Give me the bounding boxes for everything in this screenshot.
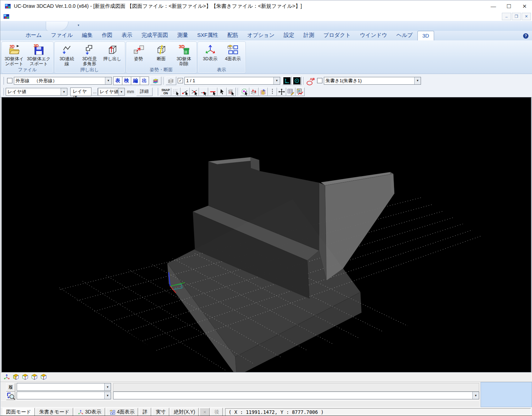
layer-combo-value: レイヤ値 <box>6 88 61 95</box>
chevron-down-icon[interactable]: ▼ <box>273 77 280 84</box>
mdi-minimize-button[interactable]: – <box>502 13 511 20</box>
snap-endpoint-icon[interactable] <box>181 88 190 96</box>
tab-0[interactable]: ホーム <box>21 30 46 40</box>
chevron-down-icon[interactable]: ▼ <box>118 88 124 95</box>
tab-1[interactable]: ファイル <box>46 30 77 40</box>
tab-5[interactable]: 完成平面図 <box>137 30 173 40</box>
help-icon[interactable]: ? <box>523 33 529 39</box>
snap-midpoint-icon[interactable] <box>199 88 208 96</box>
detail-toggle-button[interactable]: 詳 <box>139 408 151 416</box>
viewport-3d[interactable] <box>1 97 531 372</box>
toolbar-grip[interactable] <box>2 88 4 96</box>
view-preset-toolbar <box>0 372 532 382</box>
tab-11[interactable]: 計測 <box>299 30 319 40</box>
chevron-down-icon[interactable]: ▼ <box>472 392 479 399</box>
mdi-close-button[interactable]: ✕ <box>522 13 531 20</box>
pick-settings-icon[interactable] <box>240 88 249 96</box>
page-combo[interactable]: 1 / 1 ▼ <box>184 77 280 85</box>
layers-color-icon[interactable] <box>150 77 161 85</box>
dashed-line-icon[interactable] <box>268 88 277 96</box>
tab-3[interactable]: 作図 <box>97 30 117 40</box>
snap-online-icon[interactable] <box>208 88 217 96</box>
ribbon-button-断面[interactable]: 断面 <box>150 43 173 61</box>
wide-command-combo[interactable]: ▼ <box>113 392 479 399</box>
search-button[interactable]: 検 <box>122 77 131 85</box>
redline-checkbox[interactable] <box>317 78 322 83</box>
mdi-restore-button[interactable]: ❐ <box>512 13 521 20</box>
tab-4[interactable]: 表示 <box>117 30 137 40</box>
chevron-down-icon[interactable]: ▼ <box>104 392 111 399</box>
toolbar-grip[interactable] <box>156 88 158 96</box>
output-button[interactable]: 出 <box>140 77 149 85</box>
command-combo-2[interactable]: ▼ <box>17 392 111 399</box>
command-combo-1[interactable]: ▼ <box>17 383 111 391</box>
edit-button[interactable]: 編 <box>131 77 140 85</box>
layers-text-icon[interactable]: A <box>259 88 268 96</box>
layer-combo[interactable]: レイヤ値 ▼ <box>6 88 67 96</box>
view-quad-button[interactable]: 4面表示 <box>106 408 138 416</box>
drawing-mode-button[interactable]: 図面モード <box>2 408 35 416</box>
tab-14[interactable]: ヘルプ <box>392 30 417 40</box>
layers-arrows-icon[interactable] <box>249 88 259 96</box>
layers-white-icon[interactable] <box>166 77 176 85</box>
pan-move-icon[interactable] <box>277 88 286 96</box>
table-graph-icon[interactable] <box>295 88 305 96</box>
tab-3d-active[interactable]: 3D <box>417 31 434 40</box>
select-arrow-icon[interactable] <box>217 88 227 96</box>
iso-view-1-icon[interactable] <box>12 373 20 381</box>
ribbon-button-3D躯体エクスポート[interactable]: 3D3D躯体エク スポート <box>26 43 52 67</box>
ribbon-button-3D躯体インポート[interactable]: 3D3D躯体イ ンポート <box>3 43 26 67</box>
absolute-xy-button[interactable]: 絶対(X,Y) <box>170 408 199 416</box>
iso-view-2-icon[interactable] <box>21 373 29 381</box>
outline-combo[interactable]: 外形線 （外形線） ▼ <box>14 77 112 85</box>
rotate-view-icon[interactable] <box>2 373 11 381</box>
chevron-down-icon[interactable]: ▼ <box>105 77 111 84</box>
origin-icon[interactable] <box>292 77 301 85</box>
history-button[interactable]: 履 <box>6 383 15 392</box>
snap-grid-icon[interactable] <box>171 88 181 96</box>
close-button[interactable]: ✕ <box>517 0 532 12</box>
ribbon-button-4面表示[interactable]: 4面表示 <box>222 43 244 61</box>
minimize-button[interactable]: — <box>486 0 501 12</box>
layer-combo-2[interactable]: レイヤ値 ▼ <box>98 88 125 96</box>
ribbon-button-3D躯体削除[interactable]: 3D3D躯体 削除 <box>173 43 195 67</box>
toolbar-grip[interactable] <box>2 77 4 85</box>
tab-8[interactable]: 配筋 <box>223 30 243 40</box>
tab-7[interactable]: SXF属性 <box>193 30 223 40</box>
layers-select-icon[interactable] <box>227 88 236 96</box>
redline-ab-icon[interactable]: AB <box>306 76 316 85</box>
page-checkbox[interactable]: ✓ <box>178 78 183 83</box>
ribbon-button-3D任意多角形[interactable]: 3D任意 多角形 <box>78 43 101 67</box>
actual-size-button[interactable]: 実寸 <box>152 408 169 416</box>
detail-button[interactable]: 詳細 <box>136 88 153 96</box>
zoom-drawing-icon[interactable] <box>6 392 15 400</box>
snap-on-toggle[interactable]: SNAP ON <box>160 88 171 96</box>
tab-10[interactable]: 設定 <box>279 30 299 40</box>
chevron-down-icon[interactable]: ▼ <box>104 383 111 390</box>
ribbon-button-姿勢[interactable]: 姿勢 <box>127 43 150 61</box>
table-edit-icon[interactable] <box>286 88 295 96</box>
tab-12[interactable]: プロダクト <box>319 30 355 40</box>
snap-intersection-icon[interactable] <box>190 88 199 96</box>
show-button[interactable]: 表 <box>113 77 122 85</box>
chevron-down-icon[interactable]: ▼ <box>61 88 67 95</box>
ribbon-button-押し出し[interactable]: 押し出し <box>101 43 124 61</box>
redline-combo[interactable]: 朱書き1(朱書き1) ▼ <box>324 77 421 85</box>
ribbon-button-3D連続線[interactable]: 3D連続 線 <box>56 43 78 67</box>
ribbon-button-3D表示[interactable]: 3D表示 <box>199 43 222 61</box>
tab-9[interactable]: オプション <box>243 30 279 40</box>
iso-view-3-icon[interactable] <box>30 373 39 381</box>
axis-corner-icon[interactable] <box>282 77 292 85</box>
outline-checkbox[interactable] <box>7 78 12 83</box>
tab-2[interactable]: 編集 <box>77 30 97 40</box>
view-3d-button[interactable]: 3D表示 <box>74 408 105 416</box>
redline-mode-button[interactable]: 朱書きモード <box>36 408 73 416</box>
tab-6[interactable]: 測量 <box>173 30 193 40</box>
qat-dropdown-icon[interactable]: ▾ <box>78 23 79 27</box>
ribbon-button-label: 4面表示 <box>225 56 240 61</box>
tab-13[interactable]: ウインドウ <box>355 30 392 40</box>
chevron-down-icon[interactable]: ▼ <box>414 77 421 84</box>
iso-view-4-icon[interactable] <box>39 373 48 381</box>
maximize-button[interactable]: ☐ <box>501 0 517 12</box>
more-button[interactable]: … <box>92 88 98 96</box>
